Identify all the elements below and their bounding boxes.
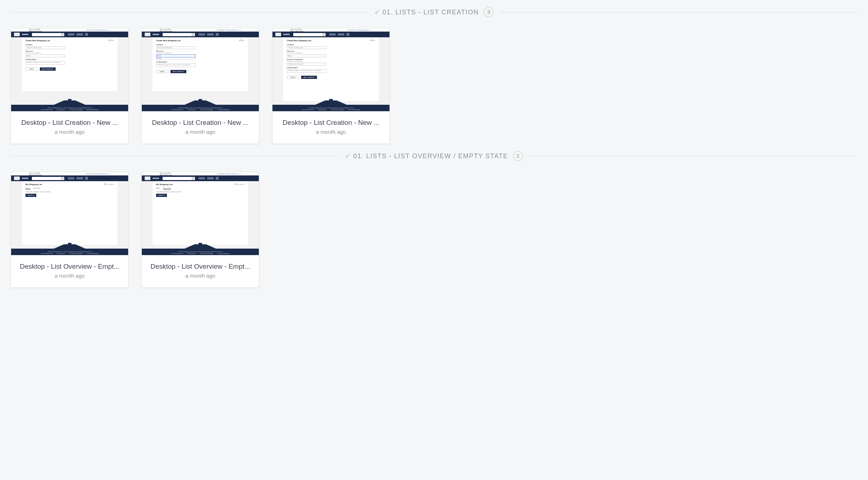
mock-tabs: All lists Shared lists	[25, 188, 114, 190]
mockup: Open until 10PMMooresville Lowe's Need H…	[272, 28, 389, 111]
mock-dropdown: Shared	[156, 57, 196, 60]
mock-footer-copyright: © 2019 Lowe's. All rights reserved. Lowe…	[308, 107, 354, 109]
mock-topstrip-right: Need Help? L4PSupport@lowes.com	[87, 173, 110, 175]
mockup: Open until 10PMMooresville Lowe's Need H…	[142, 172, 259, 255]
mock-logo	[14, 33, 20, 36]
mock-header	[11, 175, 128, 181]
mock-tab-shared: Shared lists	[33, 188, 41, 190]
chevron-down-icon: ⌄	[63, 55, 64, 57]
mock-heading: Create New Shopping List Lists	[25, 39, 114, 42]
card-footer: Desktop - List Creation - New ... a mont…	[142, 112, 259, 143]
mock-bottom-gap	[272, 103, 389, 106]
mock-footer-links: Terms & Conditions of UsePrivacy Stateme…	[171, 109, 229, 110]
mock-cart-icon	[216, 177, 219, 180]
mock-body: My Shopping List + Create List All lists…	[153, 181, 248, 245]
mock-create-list-link: + Create List	[104, 184, 114, 185]
mock-lists-link: Lists	[239, 40, 244, 41]
mock-footer-links: Terms & Conditions of UsePrivacy Stateme…	[302, 109, 360, 110]
check-icon: ✓	[345, 152, 350, 160]
mockup: Open until 10PMMooresville Lowe's Need H…	[11, 28, 128, 111]
mock-body: Create New Shopping List Lists List Name…	[22, 37, 117, 91]
mock-roof-silhouette	[142, 95, 259, 106]
mock-logo	[145, 33, 150, 36]
mock-topstrip-left: Open until 10PMMooresville Lowe's	[160, 172, 173, 176]
card-list-creation-3[interactable]: Open until 10PMMooresville Lowe's Need H…	[272, 28, 390, 144]
mock-tab-shared: Shared lists	[163, 188, 171, 190]
mock-tabs: All lists Shared lists	[156, 188, 244, 190]
mock-dropdown-option-shared: Shared	[157, 57, 195, 60]
mock-nav-item	[68, 33, 74, 36]
mock-topstrip: Open until 10PMMooresville Lowe's Need H…	[142, 172, 259, 175]
mock-bottom-gap	[11, 103, 128, 106]
mock-textarea-desc: FY2020 library upgrades - new seating / …	[287, 69, 326, 73]
mock-topstrip: Open until 10PMMooresville Lowe's Need H…	[272, 28, 389, 32]
mock-topstrip-left: Open until 10PMMooresville Lowe's	[29, 28, 42, 32]
mock-label-name: List Name	[156, 44, 244, 46]
card-list-creation-2[interactable]: Open until 10PMMooresville Lowe's Need H…	[141, 28, 259, 144]
mock-dept-link	[283, 34, 290, 35]
mock-actions: CANCEL SAVE & CREATE LIST	[25, 67, 114, 71]
mock-cancel-button: CANCEL	[156, 70, 168, 73]
card-grid-list-creation: Open until 10PMMooresville Lowe's Need H…	[11, 28, 857, 144]
gallery-container: ✓ 01. LISTS - LIST CREATION 3 Open until…	[0, 7, 868, 302]
mock-header	[142, 32, 259, 37]
mock-topstrip: Open until 10PMMooresville Lowe's Need H…	[11, 172, 128, 175]
card-thumbnail: Open until 10PMMooresville Lowe's Need H…	[11, 28, 128, 112]
card-thumbnail: Open until 10PMMooresville Lowe's Need H…	[11, 172, 128, 255]
divider-line	[529, 156, 857, 156]
mock-topstrip-left: Open until 10PMMooresville Lowe's	[29, 172, 42, 176]
card-footer: Desktop - List Overview - Empt... a mont…	[142, 255, 259, 287]
mock-heading: Create New Shopping List Lists	[156, 39, 244, 42]
mock-body: Create New Shopping List Lists List Name…	[153, 37, 248, 91]
section-header-list-overview: ✓ 01. LISTS - LIST OVERVIEW / EMPTY STAT…	[11, 151, 857, 161]
card-timestamp: a month ago	[148, 129, 253, 135]
mock-search-input	[32, 33, 64, 36]
mock-search-input	[163, 33, 195, 36]
mock-footer: © 2019 Lowe's. All rights reserved. Lowe…	[142, 250, 259, 255]
mock-cart-icon	[85, 33, 88, 36]
mock-lists-link: Lists	[109, 40, 114, 41]
mock-nav-item	[68, 177, 74, 179]
mock-topstrip: Open until 10PMMooresville Lowe's Need H…	[11, 28, 128, 32]
divider-line	[11, 156, 339, 156]
mock-nav-item	[329, 33, 336, 36]
mock-dept-link	[153, 34, 159, 35]
card-list-overview-2[interactable]: Open until 10PMMooresville Lowe's Need H…	[141, 172, 259, 288]
mock-label-type: This List is	[287, 50, 375, 52]
mock-nav-item	[207, 177, 214, 179]
mock-actions: CANCEL SAVE & CREATE LIST	[156, 70, 244, 73]
mock-lists-link: Lists	[370, 40, 375, 41]
card-timestamp: a month ago	[278, 129, 384, 135]
section-header-list-creation: ✓ 01. LISTS - LIST CREATION 3	[11, 7, 857, 17]
section-title-wrap: ✓ 01. LISTS - LIST CREATION 3	[368, 7, 500, 17]
card-grid-list-overview: Open until 10PMMooresville Lowe's Need H…	[11, 172, 857, 288]
mock-sublabel-type: This option can be changed later	[156, 52, 244, 54]
mock-label-name: List Name	[25, 44, 114, 46]
card-list-creation-1[interactable]: Open until 10PMMooresville Lowe's Need H…	[11, 28, 129, 144]
mock-topstrip-left: Open until 10PMMooresville Lowe's	[290, 28, 304, 32]
mock-heading: Create New Shopping List Lists	[287, 39, 375, 42]
mock-actions: CANCEL SAVE & CREATE LIST	[287, 76, 375, 79]
card-footer: Desktop - List Creation - New ... a mont…	[272, 112, 389, 143]
mock-nav-item	[199, 177, 205, 179]
mock-logo	[275, 33, 281, 36]
card-list-overview-1[interactable]: Open until 10PMMooresville Lowe's Need H…	[11, 172, 129, 288]
mock-input-shared-with: Clark Atlanta University (Default)	[287, 63, 326, 66]
mock-footer: © 2019 Lowe's. All rights reserved. Lowe…	[272, 106, 389, 111]
mock-empty-text: Looks pretty empty here. Create your fir…	[156, 191, 244, 193]
card-thumbnail: Open until 10PMMooresville Lowe's Need H…	[142, 28, 259, 112]
mock-dept-link	[22, 178, 28, 179]
mock-cart-icon	[85, 177, 88, 180]
card-title: Desktop - List Creation - New ...	[278, 119, 384, 127]
mock-label-desc: List Description	[156, 61, 244, 63]
mock-create-button: CREATE LIST	[25, 194, 36, 197]
divider-line	[11, 12, 368, 13]
mock-create-list-link: + Create List	[235, 184, 244, 185]
mock-topstrip-left: Open until 10PMMooresville Lowe's	[160, 28, 173, 32]
mock-empty-text: Looks pretty empty here. Create your fir…	[25, 191, 114, 193]
mock-cancel-button: CANCEL	[25, 67, 38, 71]
mock-heading: My Shopping List + Create List	[156, 183, 244, 185]
mock-label-name: List Name	[287, 44, 375, 46]
card-timestamp: a month ago	[17, 273, 122, 279]
mock-label-desc: List Description	[25, 58, 114, 60]
